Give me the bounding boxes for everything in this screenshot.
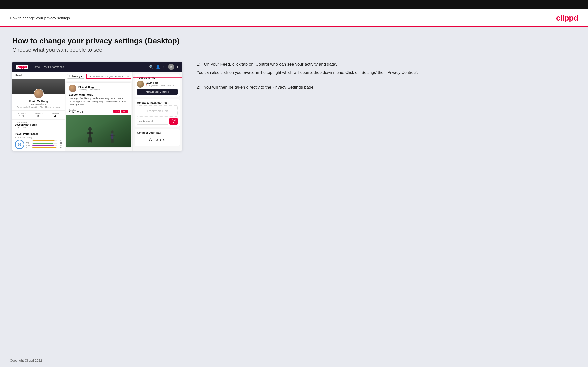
instruction-2-number: 2) (197, 85, 200, 90)
player-perf-title: Player Performance (15, 133, 62, 135)
main-content: How to change your privacy settings (Des… (0, 27, 588, 354)
profile-club: Royal North Devon Golf Club, United King… (14, 106, 63, 108)
tag-ott: OTT (113, 110, 120, 113)
arccos-logo: Arccos (137, 136, 178, 144)
metric-ott-bar (32, 140, 55, 141)
post-image-overlay (66, 115, 131, 147)
instruction-1-number: 1) (197, 62, 200, 67)
stat-activities: Activities 131 (18, 112, 26, 118)
demo-area: clippd Home My Performance 🔍 👤 ⊕ B ▾ (12, 62, 576, 151)
coach-info: David Ford 📍 Royal North Devon Golf Club (145, 82, 174, 87)
app-nav-icons: 🔍 👤 ⊕ B ▾ (149, 64, 178, 70)
instruction-1-text: On your Feed, click/tap on 'Control who … (204, 62, 337, 67)
coach-avatar (137, 81, 144, 88)
metrics: OTT 90 APP (26, 140, 62, 149)
top-bar (0, 0, 588, 9)
add-link-button[interactable]: Add Link (169, 118, 178, 125)
page-title: How to change your privacy settings (Des… (12, 37, 576, 45)
nav-link-performance[interactable]: My Performance (44, 65, 64, 68)
metric-putt-bar (32, 147, 56, 148)
post-avatar (69, 85, 76, 92)
metric-putt-bar-bg (32, 147, 57, 148)
post-user-info: Blair McHarg Yesterday · Sunningdale (78, 86, 100, 91)
manage-coaches-button[interactable]: Manage Your Coaches (137, 89, 178, 95)
profile-handicap: Plus Handicap (14, 103, 63, 105)
upload-title: Upload a Trackman Test (137, 101, 178, 104)
post-description: Looking to feel like my hands are exitin… (66, 97, 131, 108)
metric-app-bar (32, 143, 53, 144)
privacy-link-wrapper: Control who can see your activity and da… (88, 75, 130, 78)
duration-label: Duration (69, 109, 84, 111)
stat-followers: Followers 3 (34, 112, 42, 118)
coach-club: 📍 Royal North Devon Golf Club (145, 84, 174, 87)
svg-rect-9 (112, 138, 114, 143)
nav-link-home[interactable]: Home (32, 65, 40, 68)
instructions-panel: 1) On your Feed, click/tap on 'Control w… (192, 62, 576, 99)
duration-info: Duration 01 hr : 30 min (69, 109, 84, 114)
metric-app: APP 85 (26, 142, 62, 144)
instruction-1-header: 1) On your Feed, click/tap on 'Control w… (197, 62, 576, 67)
stat-activities-label: Activities (18, 112, 26, 114)
following-button[interactable]: Following ▾ (67, 74, 84, 79)
metric-putt-value: 96 (58, 147, 62, 148)
svg-rect-2 (87, 132, 93, 134)
trackman-input[interactable] (137, 118, 168, 125)
metric-app-label: APP (26, 142, 31, 144)
feed-tab[interactable]: Feed (12, 72, 65, 79)
tag-pills: OTT APP (113, 110, 128, 113)
svg-rect-7 (110, 135, 114, 136)
following-label: Following (69, 75, 80, 78)
svg-point-5 (111, 130, 113, 133)
svg-point-0 (88, 127, 92, 131)
app-nav: clippd Home My Performance 🔍 👤 ⊕ B ▾ (12, 62, 182, 72)
latest-label: Latest Activity (15, 121, 62, 123)
privacy-link[interactable]: Control who can see your activity and da… (88, 75, 130, 78)
post-title: Lesson with Fordy (66, 93, 131, 97)
metric-arg-bar-bg (32, 145, 57, 146)
app-logo: clippd (16, 65, 28, 69)
svg-rect-8 (111, 138, 112, 143)
duration-value: 01 hr : 30 min (69, 111, 84, 114)
metric-arg-value: 86 (58, 144, 62, 146)
site-footer: Copyright Clippd 2022 (0, 354, 588, 367)
profile-name: Blair McHarg (14, 100, 63, 103)
metric-app-bar-bg (32, 143, 57, 144)
post-user-date: Yesterday · Sunningdale (78, 89, 100, 91)
metric-arg-label: ARG (26, 144, 31, 146)
feed-panel: Following ▾ Control who can see your act… (65, 72, 132, 151)
chevron-down-icon[interactable]: ▾ (177, 65, 178, 69)
person-icon[interactable]: 👤 (156, 65, 160, 69)
trackman-input-row: Add Link (137, 118, 178, 125)
connect-section: Connect your data Arccos (135, 129, 180, 146)
coach-name: David Ford (145, 82, 174, 84)
user-avatar[interactable]: B (168, 64, 174, 70)
metric-arg: ARG 86 (26, 144, 62, 146)
svg-rect-1 (89, 131, 92, 138)
trackman-placeholder: Trackman Link (137, 105, 178, 117)
plus-circle-icon[interactable]: ⊕ (163, 65, 166, 69)
app-body: Feed Blair McHarg Plus Handicap Royal No… (12, 72, 182, 151)
latest-activity-name: Lesson with Fordy (15, 123, 62, 126)
tpq-inner: 92 OTT 90 (15, 140, 62, 149)
metric-ott: OTT 90 (26, 140, 62, 142)
left-panel: Feed Blair McHarg Plus Handicap Royal No… (12, 72, 65, 151)
instruction-2: 2) You will then be taken directly to th… (197, 85, 576, 90)
post-user-name: Blair McHarg (78, 86, 100, 89)
coach-club-text: Royal North Devon Golf Club (148, 84, 174, 87)
app-nav-links: Home My Performance (32, 65, 145, 68)
stat-followers-label: Followers (34, 112, 42, 114)
instruction-2-header: 2) You will then be taken directly to th… (197, 85, 576, 90)
metric-putt: PUTT 96 (26, 147, 62, 148)
stat-following: Following 4 (51, 112, 59, 118)
location-icon: 📍 (145, 84, 148, 87)
instruction-2-text: You will then be taken directly to the P… (204, 85, 315, 90)
player-performance: Player Performance Total Player Quality … (12, 131, 65, 151)
search-icon[interactable]: 🔍 (149, 65, 153, 69)
post-header: Blair McHarg Yesterday · Sunningdale (66, 83, 131, 93)
instruction-1-extra: You can also click on your avatar in the… (197, 69, 576, 76)
latest-activity-date: 03 Aug 2022 (15, 126, 62, 128)
stat-following-value: 4 (51, 114, 59, 118)
coach-item: David Ford 📍 Royal North Devon Golf Club (137, 81, 178, 88)
feed-post: Blair McHarg Yesterday · Sunningdale Les… (66, 82, 131, 148)
svg-rect-4 (90, 137, 92, 143)
